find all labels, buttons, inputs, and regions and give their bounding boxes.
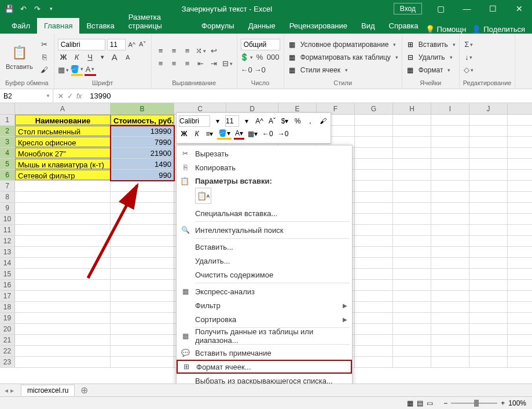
cell-H22[interactable] xyxy=(393,346,431,356)
cell-I1[interactable] xyxy=(431,115,469,125)
cell-H14[interactable] xyxy=(393,258,431,268)
paste-default-icon[interactable]: 📋А xyxy=(195,188,211,204)
cell-H8[interactable] xyxy=(393,192,431,202)
currency-icon[interactable]: 💲▾ xyxy=(241,52,252,63)
cell-J22[interactable] xyxy=(469,346,508,356)
row-header[interactable]: 19 xyxy=(0,313,15,323)
cell-J15[interactable] xyxy=(469,269,508,279)
cell-G7[interactable] xyxy=(355,181,393,191)
cell-B8[interactable] xyxy=(111,192,174,202)
row-header[interactable]: 16 xyxy=(0,280,15,290)
cond-format-button[interactable]: ▦Условное форматирование▾ xyxy=(288,39,398,50)
cell-A5[interactable]: Мышь и клавиатура (к-т) xyxy=(15,159,111,169)
cell-H21[interactable] xyxy=(393,335,431,345)
row-header[interactable]: 7 xyxy=(0,181,15,191)
cell-A1[interactable]: Наименование xyxy=(15,115,111,125)
cell-J18[interactable] xyxy=(469,302,508,312)
cell-G20[interactable] xyxy=(355,324,393,334)
align-center-icon[interactable]: ≡ xyxy=(168,58,180,70)
cell-B15[interactable] xyxy=(111,269,174,279)
ctx-sort[interactable]: Сортировка▶ xyxy=(177,312,352,326)
cell-A22[interactable] xyxy=(15,346,111,356)
cell-J23[interactable] xyxy=(469,357,508,367)
cell-B9[interactable] xyxy=(111,203,174,213)
col-header-J[interactable]: J xyxy=(469,103,508,114)
fill-color-icon[interactable]: 🪣▾ xyxy=(71,64,83,76)
cell-B19[interactable] xyxy=(111,313,174,323)
cell-G22[interactable] xyxy=(355,346,393,356)
cell-H13[interactable] xyxy=(393,247,431,257)
cell-B21[interactable] xyxy=(111,335,174,345)
font-large-a[interactable]: А xyxy=(109,52,120,63)
cell-A13[interactable] xyxy=(15,247,111,257)
cell-B5[interactable]: 1490 xyxy=(111,159,174,169)
cell-B13[interactable] xyxy=(111,247,174,257)
zoom-slider[interactable] xyxy=(451,403,497,404)
cell-A21[interactable] xyxy=(15,335,111,345)
mini-align-icon[interactable]: ≡▾ xyxy=(204,128,215,140)
row-header[interactable]: 21 xyxy=(0,335,15,345)
namebox-dd-icon[interactable]: ▼ xyxy=(46,93,50,98)
cell-G11[interactable] xyxy=(355,225,393,235)
bold-button[interactable]: Ж xyxy=(58,52,69,63)
cell-I20[interactable] xyxy=(431,324,469,334)
ctx-clear[interactable]: Очистить содержимое xyxy=(177,268,352,282)
cell-H9[interactable] xyxy=(393,203,431,213)
cell-I4[interactable] xyxy=(431,148,469,158)
indent-inc-icon[interactable]: ⇥ xyxy=(208,58,220,70)
sheet-prev-icon[interactable]: ◂ xyxy=(5,386,8,395)
cell-H4[interactable] xyxy=(393,148,431,158)
mini-font-name[interactable] xyxy=(179,115,210,127)
row-header[interactable]: 11 xyxy=(0,225,15,235)
cell-J17[interactable] xyxy=(469,291,508,301)
share-button[interactable]: 👤Поделиться xyxy=(472,25,525,34)
cell-G1[interactable] xyxy=(355,115,393,125)
col-header-G[interactable]: G xyxy=(355,103,393,114)
cell-I22[interactable] xyxy=(431,346,469,356)
cell-B7[interactable] xyxy=(111,181,174,191)
cell-B14[interactable] xyxy=(111,258,174,268)
view-page-icon[interactable]: ▤ xyxy=(417,399,423,407)
cell-G17[interactable] xyxy=(355,291,393,301)
row-header[interactable]: 13 xyxy=(0,247,15,257)
cell-H20[interactable] xyxy=(393,324,431,334)
cell-J20[interactable] xyxy=(469,324,508,334)
zoom-out-icon[interactable]: − xyxy=(443,399,447,407)
cell-styles-button[interactable]: ▦Стили ячеек▾ xyxy=(288,65,398,75)
close-icon[interactable]: ✕ xyxy=(506,0,532,17)
cell-J19[interactable] xyxy=(469,313,508,323)
ctx-delete[interactable]: Удалить... xyxy=(177,254,352,268)
row-header[interactable]: 14 xyxy=(0,258,15,268)
row-header[interactable]: 9 xyxy=(0,203,15,213)
cell-B18[interactable] xyxy=(111,302,174,312)
cell-J3[interactable] xyxy=(469,137,508,147)
font-small-a[interactable]: А xyxy=(122,52,134,63)
cell-H15[interactable] xyxy=(393,269,431,279)
autosum-icon[interactable]: Σ▾ xyxy=(463,39,475,50)
cell-J14[interactable] xyxy=(469,258,508,268)
cell-A6[interactable]: Сетевой фильтр xyxy=(15,170,111,180)
cell-A17[interactable] xyxy=(15,291,111,301)
tab-layout[interactable]: Разметка страницы xyxy=(122,9,195,34)
tab-view[interactable]: Вид xyxy=(354,18,382,34)
row-header[interactable]: 20 xyxy=(0,324,15,334)
mini-font-dd-icon[interactable]: ▾ xyxy=(212,115,223,127)
align-left-icon[interactable]: ≡ xyxy=(155,58,167,70)
cells-delete-button[interactable]: ⊟Удалить▾ xyxy=(406,52,456,63)
cell-A11[interactable] xyxy=(15,225,111,235)
cell-G5[interactable] xyxy=(355,159,393,169)
name-box[interactable]: B2▼ xyxy=(0,89,53,103)
save-icon[interactable]: 💾 xyxy=(5,4,14,13)
font-name-input[interactable] xyxy=(58,39,105,50)
mini-fill-icon[interactable]: 🪣▾ xyxy=(217,128,232,140)
row-header[interactable]: 18 xyxy=(0,302,15,312)
merge-icon[interactable]: ⊟▾ xyxy=(222,58,233,70)
mini-italic-button[interactable]: К xyxy=(192,128,202,140)
cell-A20[interactable] xyxy=(15,324,111,334)
format-painter-icon[interactable]: 🖌 xyxy=(39,64,50,76)
cell-H23[interactable] xyxy=(393,357,431,367)
row-header[interactable]: 17 xyxy=(0,291,15,301)
align-right-icon[interactable]: ≡ xyxy=(182,58,193,70)
font-shrink-icon[interactable]: A˅ xyxy=(138,40,148,49)
sheet-tab[interactable]: microexcel.ru xyxy=(21,385,75,396)
